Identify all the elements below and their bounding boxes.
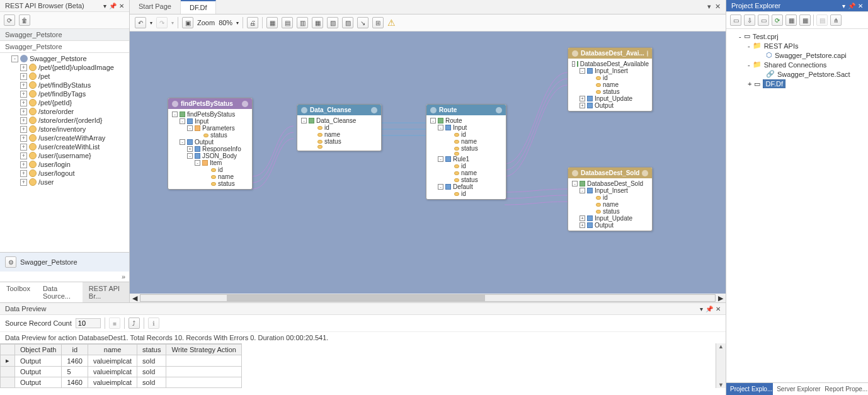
count-input[interactable] xyxy=(76,318,101,328)
cell[interactable] xyxy=(166,377,242,388)
field-label[interactable]: name xyxy=(603,201,619,208)
expand-icon[interactable]: + xyxy=(748,80,751,88)
field-label[interactable]: id xyxy=(603,194,608,201)
pin-icon[interactable]: 📌 xyxy=(848,3,855,9)
row-selector[interactable] xyxy=(1,377,15,388)
expand-icon[interactable]: + xyxy=(20,135,27,142)
expand-icon[interactable]: + xyxy=(187,146,193,152)
proj-root[interactable]: Test.cprj xyxy=(753,33,779,40)
expand-icon[interactable]: + xyxy=(580,215,585,221)
expand-icon[interactable]: + xyxy=(20,82,27,89)
tab-data-source[interactable]: Data Source... xyxy=(37,282,83,302)
close-icon[interactable]: ✕ xyxy=(716,306,721,312)
connector-button[interactable]: ↘ xyxy=(357,17,368,28)
expand-icon[interactable]: - xyxy=(172,112,178,117)
expand-icon[interactable]: + xyxy=(20,152,27,159)
endpoint-item[interactable]: /user/login xyxy=(38,161,71,168)
field-label[interactable]: JSON_Body xyxy=(202,152,237,159)
print-button[interactable]: 🖨 xyxy=(247,17,258,28)
warning-icon[interactable]: ⚠ xyxy=(387,18,396,28)
item-capi[interactable]: Swagger_Petstore.capi xyxy=(775,52,847,59)
tab-rest-api[interactable]: REST API Br... xyxy=(83,282,129,302)
field-label[interactable]: Output xyxy=(195,139,214,146)
field-label[interactable]: Input_Insert xyxy=(595,187,628,194)
cell[interactable]: sold xyxy=(137,377,166,388)
field-label[interactable]: Input_Update xyxy=(595,215,632,222)
field-label[interactable]: status xyxy=(603,88,620,95)
dropdown-icon[interactable]: ▾ xyxy=(842,3,845,9)
endpoint-item[interactable]: /pet xyxy=(38,72,50,80)
rtb-7[interactable]: ▤ xyxy=(816,14,828,26)
layout-btn-1[interactable]: ▦ xyxy=(266,17,278,28)
field-label[interactable]: Rule1 xyxy=(453,156,469,163)
redo-button[interactable]: ↷ xyxy=(156,17,168,28)
export-button[interactable]: ⤴ xyxy=(128,318,140,329)
tab-dfdf[interactable]: DF.Df xyxy=(181,0,217,14)
layout-btn-3[interactable]: ▥ xyxy=(297,17,308,28)
dropdown-icon[interactable]: ▾ xyxy=(700,306,703,312)
expand-icon[interactable]: - xyxy=(180,118,185,124)
cell[interactable]: sold xyxy=(137,367,166,377)
field-label[interactable]: id xyxy=(218,166,223,173)
cell[interactable]: valueimplcat xyxy=(88,367,137,377)
expand-icon[interactable]: - xyxy=(430,118,436,123)
close-icon[interactable]: ✕ xyxy=(858,3,863,9)
expand-icon[interactable]: + xyxy=(580,103,585,108)
layout-btn-5[interactable]: ▧ xyxy=(327,17,338,28)
expand-icon[interactable]: - xyxy=(572,181,578,186)
field-label[interactable]: Parameters xyxy=(202,125,235,132)
expand-icon[interactable]: - xyxy=(739,33,741,40)
field-label[interactable]: status xyxy=(210,132,227,139)
expand-icon[interactable]: - xyxy=(572,61,575,67)
canvas-hscroll[interactable]: ◀▶ xyxy=(130,294,726,302)
endpoint-item[interactable]: /store/order xyxy=(38,108,74,115)
expand-icon[interactable]: + xyxy=(20,170,27,177)
field-label[interactable]: ResponseInfo xyxy=(202,146,241,152)
expand-icon[interactable]: - xyxy=(748,61,750,69)
rtb-5[interactable]: ▦ xyxy=(785,14,797,26)
field-label[interactable]: id xyxy=(603,74,608,81)
folder-rest-apis[interactable]: REST APIs xyxy=(764,42,799,50)
cell[interactable]: valueimplcat xyxy=(88,355,137,367)
cell[interactable] xyxy=(166,355,242,367)
pin-icon[interactable]: 📌 xyxy=(705,306,713,312)
expand-icon[interactable]: - xyxy=(301,118,307,123)
expand-icon[interactable]: - xyxy=(748,42,750,50)
stop-button[interactable]: ■ xyxy=(109,318,120,329)
settings-icon[interactable]: ⚙ xyxy=(5,256,16,268)
undo-button[interactable]: ↶ xyxy=(135,17,146,28)
field-label[interactable]: Route xyxy=(445,117,462,124)
field-label[interactable]: status xyxy=(461,176,478,183)
expand-icon[interactable]: - xyxy=(11,55,18,62)
expand-icon[interactable]: + xyxy=(20,144,27,151)
delete-button[interactable]: 🗑 xyxy=(19,14,30,26)
rtb-refresh[interactable]: ⟳ xyxy=(772,14,783,26)
close-icon[interactable]: ✕ xyxy=(119,3,124,9)
expand-icon[interactable]: + xyxy=(20,91,27,98)
collapse-icon[interactable] xyxy=(371,107,377,113)
field-label[interactable]: DatabaseDest_Available xyxy=(580,60,649,67)
folder-shared-conn[interactable]: Shared Connections xyxy=(764,61,827,69)
expand-icon[interactable]: - xyxy=(438,184,443,190)
endpoint-item[interactable]: /store/order/{orderId} xyxy=(38,117,103,124)
expand-icon[interactable]: + xyxy=(20,117,27,124)
chevron-indicator[interactable]: » xyxy=(0,272,129,282)
expand-icon[interactable]: + xyxy=(20,108,27,115)
collapse-icon[interactable] xyxy=(242,101,248,107)
field-label[interactable]: name xyxy=(218,173,234,180)
item-sact[interactable]: Swagger_Petstore.Sact xyxy=(777,71,850,78)
cell[interactable]: Output xyxy=(15,355,62,367)
layout-btn-2[interactable]: ▤ xyxy=(282,17,293,28)
cell[interactable]: 1460 xyxy=(62,355,88,367)
expand-icon[interactable]: - xyxy=(187,125,193,131)
field-label[interactable]: Input xyxy=(453,124,467,131)
endpoint-tree[interactable]: -Swagger_Petstore +/pet/{petId}/uploadIm… xyxy=(0,53,129,252)
field-label[interactable]: id xyxy=(461,163,466,169)
refresh-button[interactable]: ⟳ xyxy=(4,14,15,26)
field-label[interactable]: name xyxy=(461,138,477,145)
expand-icon[interactable]: - xyxy=(187,153,193,159)
field-label[interactable]: status xyxy=(218,180,235,187)
close-icon[interactable]: ✕ xyxy=(715,3,721,11)
field-label[interactable]: name xyxy=(603,81,619,88)
rtb-1[interactable]: ▭ xyxy=(730,14,741,26)
